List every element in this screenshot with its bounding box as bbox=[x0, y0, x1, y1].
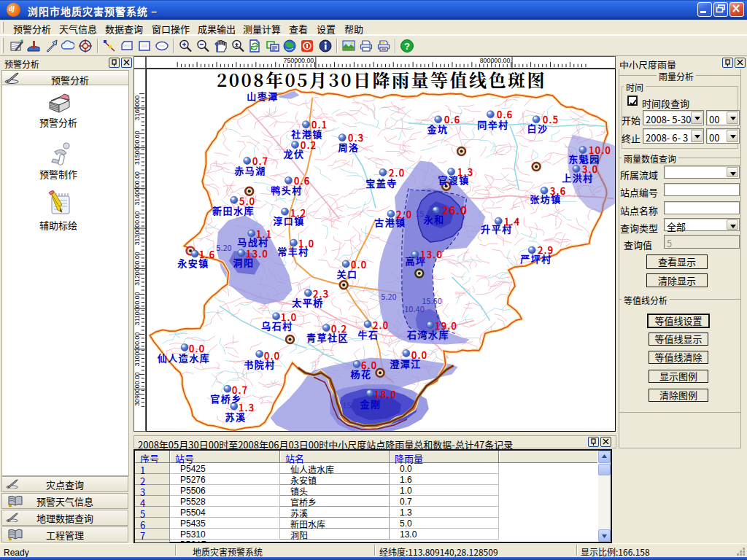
svg-text:3150000.00: 3150000.00 bbox=[133, 131, 141, 165]
svg-text:800000.00: 800000.00 bbox=[480, 57, 511, 64]
svg-text:3120000.00: 3120000.00 bbox=[133, 252, 141, 286]
svg-text:3110000.00: 3110000.00 bbox=[133, 292, 141, 325]
svg-text:3160000: 3160000 bbox=[133, 96, 141, 120]
svg-text:3100000.00: 3100000.00 bbox=[133, 332, 141, 367]
svg-text:3090000.00: 3090000.00 bbox=[133, 372, 141, 406]
svg-text:750000.00: 750000.00 bbox=[284, 57, 314, 64]
svg-text:3140000.00: 3140000.00 bbox=[133, 171, 141, 206]
svg-text:3130000.00: 3130000.00 bbox=[133, 211, 141, 246]
svg-text:?: ? bbox=[404, 41, 410, 52]
